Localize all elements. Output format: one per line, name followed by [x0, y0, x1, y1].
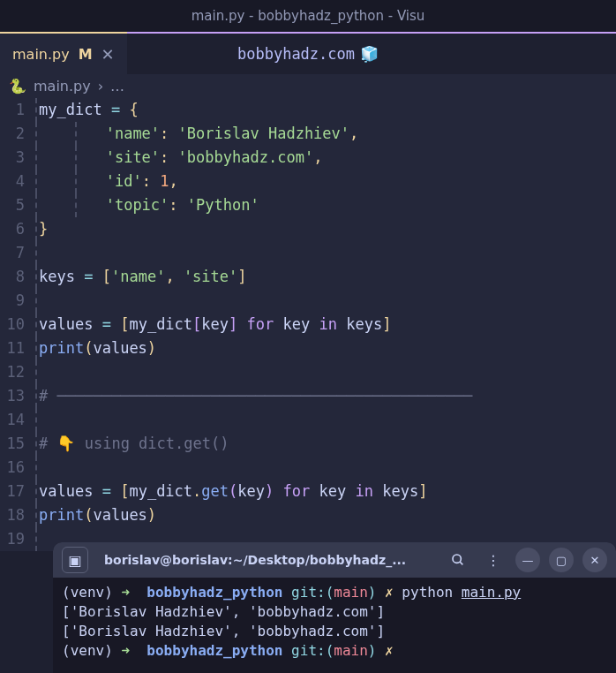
svg-point-0 [453, 555, 461, 563]
code-editor[interactable]: 12345678910111213141516171819 my_dict = … [0, 98, 616, 551]
line-number: 10 [0, 313, 25, 336]
tab-bar: main.py M ✕ bobbyhadz.com 🧊 [0, 32, 616, 74]
code-line[interactable]: print(values) [35, 336, 616, 360]
watermark-text: bobbyhadz.com [237, 45, 355, 63]
code-line[interactable]: values = [my_dict.get(key) for key in ke… [35, 480, 616, 503]
window-title: main.py - bobbyhadz_python - Visu [192, 8, 425, 24]
terminal-line: (venv) ➜ bobbyhadz_python git:(main) ✗ [62, 641, 607, 661]
tab-modified-indicator: M [79, 46, 93, 63]
terminal-window: ▣ borislav@borislav:~/Desktop/bobbyhadz_… [53, 542, 616, 673]
line-number: 3 [0, 146, 25, 170]
code-line[interactable]: 'name': 'Borislav Hadzhiev', [35, 122, 616, 146]
menu-icon[interactable]: ⋮ [480, 547, 507, 573]
svg-line-1 [460, 562, 462, 564]
window-title-bar: main.py - bobbyhadz_python - Visu [0, 0, 616, 32]
maximize-icon[interactable]: ▢ [549, 548, 574, 572]
code-line[interactable]: # ──────────────────────────────────────… [35, 384, 616, 408]
code-line[interactable]: my_dict = { [35, 98, 616, 122]
terminal-output[interactable]: (venv) ➜ bobbyhadz_python git:(main) ✗ p… [53, 578, 616, 673]
line-number: 19 [0, 527, 25, 551]
code-line[interactable]: } [35, 217, 616, 241]
breadcrumb-ellipsis: … [110, 78, 124, 95]
terminal-line: ['Borislav Hadzhiev', 'bobbyhadz.com'] [62, 602, 607, 622]
terminal-line: (venv) ➜ bobbyhadz_python git:(main) ✗ p… [62, 583, 607, 602]
line-number: 8 [0, 265, 25, 289]
minimize-icon[interactable]: — [515, 548, 540, 572]
cube-icon: 🧊 [360, 45, 379, 63]
code-line[interactable]: # 👇 using dict.get() [35, 432, 616, 456]
line-number: 15 [0, 432, 25, 456]
code-line[interactable] [35, 456, 616, 480]
line-number: 6 [0, 217, 25, 241]
editor-tab[interactable]: main.py M ✕ [0, 34, 127, 74]
close-window-icon[interactable]: ✕ [582, 548, 607, 572]
code-line[interactable]: values = [my_dict[key] for key in keys] [35, 313, 616, 336]
new-tab-icon[interactable]: ▣ [62, 547, 88, 573]
search-icon[interactable] [445, 547, 471, 573]
breadcrumb[interactable]: 🐍 main.py › … [0, 74, 616, 98]
line-number: 4 [0, 170, 25, 193]
line-number: 12 [0, 360, 25, 384]
breadcrumb-file: main.py [34, 78, 91, 95]
close-icon[interactable]: ✕ [101, 45, 115, 64]
watermark: bobbyhadz.com 🧊 [237, 45, 379, 63]
code-line[interactable]: 'topic': 'Python' [35, 193, 616, 217]
code-content[interactable]: my_dict = { 'name': 'Borislav Hadzhiev',… [32, 98, 616, 551]
code-line[interactable]: keys = ['name', 'site'] [35, 265, 616, 289]
code-line[interactable] [35, 360, 616, 384]
code-line[interactable] [35, 241, 616, 265]
breadcrumb-separator: › [98, 78, 103, 95]
line-number: 9 [0, 289, 25, 313]
line-number: 17 [0, 480, 25, 503]
line-number-gutter: 12345678910111213141516171819 [0, 98, 32, 551]
tab-filename: main.py [12, 46, 70, 63]
terminal-line: ['Borislav Hadzhiev', 'bobbyhadz.com'] [62, 622, 607, 641]
line-number: 18 [0, 503, 25, 527]
line-number: 2 [0, 122, 25, 146]
python-icon: 🐍 [9, 78, 26, 95]
line-number: 14 [0, 408, 25, 432]
code-line[interactable]: print(values) [35, 503, 616, 527]
code-line[interactable] [35, 289, 616, 313]
line-number: 16 [0, 456, 25, 480]
line-number: 13 [0, 384, 25, 408]
code-line[interactable] [35, 408, 616, 432]
line-number: 11 [0, 336, 25, 360]
code-line[interactable]: 'id': 1, [35, 170, 616, 193]
code-line[interactable]: 'site': 'bobbyhadz.com', [35, 146, 616, 170]
terminal-header: ▣ borislav@borislav:~/Desktop/bobbyhadz_… [53, 542, 616, 578]
line-number: 5 [0, 193, 25, 217]
line-number: 7 [0, 241, 25, 265]
line-number: 1 [0, 98, 25, 122]
terminal-title: borislav@borislav:~/Desktop/bobbyhadz_..… [97, 553, 436, 567]
